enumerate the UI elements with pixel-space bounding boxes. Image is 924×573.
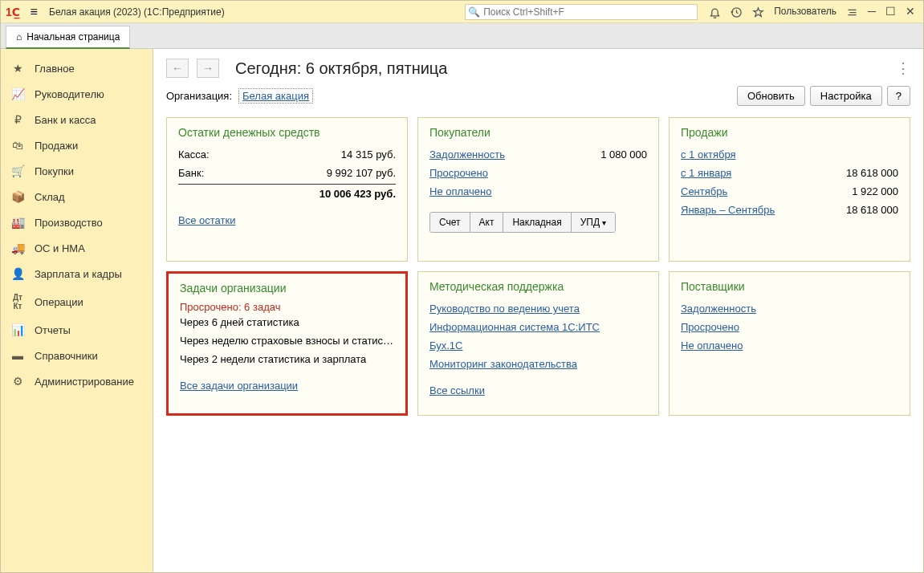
doc-upd-button[interactable]: УПД bbox=[572, 213, 615, 232]
buyers-unpaid-link[interactable]: Не оплачено bbox=[429, 185, 491, 197]
star-icon[interactable] bbox=[747, 5, 769, 18]
cash-row: Банк:9 992 107 руб. bbox=[178, 164, 396, 182]
org-link[interactable]: Белая акация bbox=[238, 88, 313, 104]
nav-back-button[interactable]: ← bbox=[166, 59, 189, 78]
sidebar-item-bank[interactable]: ₽Банк и касса bbox=[1, 107, 153, 132]
suppliers-debt-link[interactable]: Задолженность bbox=[681, 303, 756, 315]
options-icon[interactable] bbox=[841, 5, 863, 18]
main-menu-button[interactable]: ≡ bbox=[25, 5, 43, 19]
refresh-button[interactable]: Обновить bbox=[737, 86, 805, 106]
tab-home[interactable]: ⌂ Начальная страница bbox=[6, 26, 130, 49]
tab-bar: ⌂ Начальная страница bbox=[1, 23, 923, 49]
box-icon: 📦 bbox=[10, 190, 25, 203]
sidebar-item-hr[interactable]: 👤Зарплата и кадры bbox=[1, 261, 153, 286]
factory-icon: 🏭 bbox=[10, 216, 25, 229]
task-item: Через неделю страховые взносы и статис… bbox=[180, 331, 394, 350]
title-bar: 1C̲ ≡ Белая акация (2023) (1С:Предприяти… bbox=[1, 1, 923, 23]
gear-icon: ⚙ bbox=[10, 375, 25, 388]
suppliers-overdue-link[interactable]: Просрочено bbox=[681, 321, 739, 333]
app-logo: 1C̲ bbox=[6, 6, 20, 18]
help-button[interactable]: ? bbox=[887, 86, 910, 106]
cash-total: 10 006 423 руб. bbox=[178, 184, 396, 203]
sales-sep-link[interactable]: Сентябрь bbox=[681, 185, 727, 197]
history-icon[interactable] bbox=[726, 5, 747, 18]
cards-grid: Остатки денежных средств Касса:14 315 ру… bbox=[166, 117, 910, 416]
sidebar-item-operations[interactable]: ДтКтОперации bbox=[1, 286, 153, 317]
search-icon: 🔍 bbox=[468, 6, 480, 18]
sales-oct-link[interactable]: с 1 октября bbox=[681, 148, 736, 161]
content-area: ← → Сегодня: 6 октября, пятница ⋮ Органи… bbox=[153, 49, 923, 572]
suppliers-unpaid-link[interactable]: Не оплачено bbox=[681, 339, 743, 352]
main-area: ★Главное 📈Руководителю ₽Банк и касса 🛍Пр… bbox=[1, 49, 923, 572]
sidebar-item-sales[interactable]: 🛍Продажи bbox=[1, 132, 153, 158]
titlebar-actions: Пользователь ─ ☐ ✕ bbox=[704, 5, 920, 18]
bell-icon[interactable] bbox=[704, 5, 726, 18]
card-suppliers: Поставщики Задолженность Просрочено Не о… bbox=[669, 271, 910, 416]
cash-row: Касса:14 315 руб. bbox=[178, 145, 396, 164]
all-links-link[interactable]: Все ссылки bbox=[429, 384, 647, 396]
card-buyers: Покупатели Задолженность1 080 000 Просро… bbox=[417, 117, 659, 262]
sidebar: ★Главное 📈Руководителю ₽Банк и касса 🛍Пр… bbox=[1, 49, 153, 572]
sales-jan-link[interactable]: с 1 января bbox=[681, 167, 731, 179]
card-title: Методическая поддержка bbox=[429, 280, 647, 293]
minimize-button[interactable]: ─ bbox=[863, 5, 881, 18]
card-sales: Продажи с 1 октября с 1 января18 618 000… bbox=[669, 117, 910, 262]
person-icon: 👤 bbox=[10, 267, 25, 280]
card-support: Методическая поддержка Руководство по ве… bbox=[417, 271, 659, 416]
doc-invoice-button[interactable]: Счет bbox=[430, 213, 470, 232]
search-area: 🔍 bbox=[465, 4, 698, 20]
search-input[interactable] bbox=[465, 4, 698, 20]
home-icon: ⌂ bbox=[16, 31, 22, 43]
card-cash: Остатки денежных средств Касса:14 315 ру… bbox=[166, 117, 408, 262]
sidebar-item-warehouse[interactable]: 📦Склад bbox=[1, 184, 153, 209]
cart-icon: 🛒 bbox=[10, 165, 25, 177]
sales-ytd-link[interactable]: Январь – Сентябрь bbox=[681, 204, 775, 216]
buyers-overdue-link[interactable]: Просрочено bbox=[429, 167, 488, 179]
maximize-button[interactable]: ☐ bbox=[881, 5, 901, 18]
sidebar-item-purchases[interactable]: 🛒Покупки bbox=[1, 158, 153, 184]
card-title: Остатки денежных средств bbox=[178, 126, 396, 139]
sidebar-item-main[interactable]: ★Главное bbox=[1, 55, 153, 81]
window-title: Белая акация (2023) (1С:Предприятие) bbox=[49, 6, 225, 18]
support-link[interactable]: Мониторинг законодательства bbox=[429, 358, 577, 370]
org-row: Организация: Белая акация Обновить Настр… bbox=[166, 86, 910, 106]
chart-icon: 📈 bbox=[10, 87, 25, 100]
card-title: Продажи bbox=[681, 126, 898, 139]
task-item: Через 6 дней статистика bbox=[180, 313, 394, 331]
tab-label: Начальная страница bbox=[26, 31, 120, 43]
sidebar-item-catalogs[interactable]: ▬Справочники bbox=[1, 343, 153, 368]
sidebar-item-production[interactable]: 🏭Производство bbox=[1, 209, 153, 235]
sidebar-item-assets[interactable]: 🚚ОС и НМА bbox=[1, 235, 153, 261]
doc-waybill-button[interactable]: Накладная bbox=[503, 213, 571, 232]
support-link[interactable]: Информационная система 1С:ИТС bbox=[429, 321, 600, 333]
close-button[interactable]: ✕ bbox=[901, 5, 920, 18]
content-header: ← → Сегодня: 6 октября, пятница ⋮ bbox=[166, 59, 910, 78]
truck-icon: 🚚 bbox=[10, 242, 25, 254]
bars-icon: 📊 bbox=[10, 323, 25, 336]
settings-button[interactable]: Настройка bbox=[810, 86, 882, 106]
page-title: Сегодня: 6 октября, пятница bbox=[235, 59, 447, 78]
support-link[interactable]: Руководство по ведению учета bbox=[429, 303, 580, 315]
tasks-overdue: Просрочено: 6 задач bbox=[180, 301, 394, 313]
doc-act-button[interactable]: Акт bbox=[470, 213, 504, 232]
card-title: Покупатели bbox=[429, 126, 647, 139]
sidebar-item-manager[interactable]: 📈Руководителю bbox=[1, 81, 153, 107]
star-icon: ★ bbox=[10, 62, 25, 75]
buyers-debt-link[interactable]: Задолженность bbox=[429, 148, 505, 161]
sidebar-item-reports[interactable]: 📊Отчеты bbox=[1, 317, 153, 343]
support-link[interactable]: Бух.1С bbox=[429, 339, 462, 352]
card-tasks: Задачи организации Просрочено: 6 задач Ч… bbox=[166, 271, 408, 416]
more-menu-button[interactable]: ⋮ bbox=[896, 59, 910, 77]
all-tasks-link[interactable]: Все задачи организации bbox=[180, 380, 394, 392]
all-balances-link[interactable]: Все остатки bbox=[178, 214, 396, 226]
user-label[interactable]: Пользователь bbox=[769, 6, 841, 17]
bag-icon: 🛍 bbox=[10, 139, 25, 152]
card-title: Поставщики bbox=[681, 280, 898, 293]
sidebar-item-admin[interactable]: ⚙Администрирование bbox=[1, 368, 153, 394]
task-item: Через 2 недели статистика и зарплата bbox=[180, 350, 394, 368]
card-title: Задачи организации bbox=[180, 282, 394, 295]
ruble-icon: ₽ bbox=[10, 113, 25, 126]
nav-forward-button[interactable]: → bbox=[197, 59, 219, 78]
doc-buttons: Счет Акт Накладная УПД bbox=[429, 212, 616, 233]
org-label: Организация: bbox=[166, 90, 232, 102]
